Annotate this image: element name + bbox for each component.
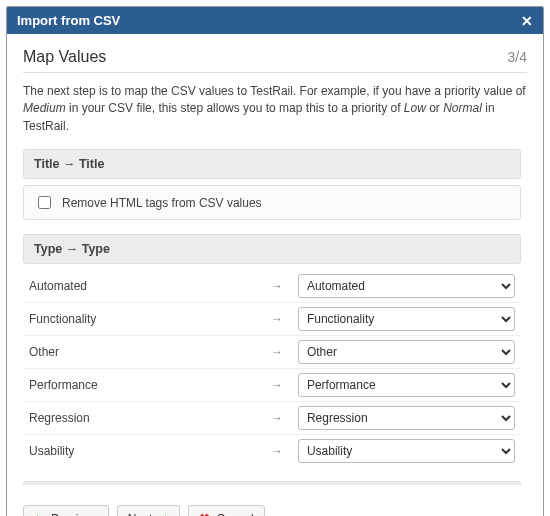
arrow-right-icon: ➡ — [158, 512, 169, 516]
step-indicator: 3/4 — [508, 49, 527, 65]
arrow-right-icon: → — [262, 435, 292, 468]
page-title: Map Values — [23, 48, 106, 66]
arrow-right-icon: → — [262, 369, 292, 402]
type-row: Regression→Regression — [23, 402, 521, 435]
type-source-value: Performance — [23, 369, 262, 402]
arrow-right-icon: → — [262, 270, 292, 303]
modal-title: Import from CSV — [17, 13, 120, 28]
intro-text: The next step is to map the CSV values t… — [23, 83, 527, 135]
type-row: Other→Other — [23, 336, 521, 369]
type-row: Performance→Performance — [23, 369, 521, 402]
type-target-select[interactable]: Other — [298, 340, 515, 364]
intro-em1: Medium — [23, 101, 66, 115]
type-row: Functionality→Functionality — [23, 303, 521, 336]
modal-header: Import from CSV ✕ — [7, 7, 543, 34]
previous-label: Previous — [51, 512, 98, 516]
next-button[interactable]: Next ➡ — [117, 505, 181, 516]
type-source-value: Other — [23, 336, 262, 369]
section-heading-type: Type → Type — [23, 234, 521, 264]
cancel-button[interactable]: ✖ Cancel — [188, 505, 264, 516]
arrow-left-icon: ⬅ — [34, 512, 45, 516]
type-target-select[interactable]: Functionality — [298, 307, 515, 331]
import-csv-modal: Import from CSV ✕ Map Values 3/4 The nex… — [6, 6, 544, 516]
type-row: Automated→Automated — [23, 270, 521, 303]
title-row: Map Values 3/4 — [23, 48, 527, 66]
remove-html-label: Remove HTML tags from CSV values — [62, 196, 262, 210]
modal-footer: ⬅ Previous Next ➡ ✖ Cancel — [7, 495, 543, 516]
type-target-select[interactable]: Usability — [298, 439, 515, 463]
close-icon[interactable]: ✕ — [521, 14, 533, 28]
cancel-x-icon: ✖ — [199, 511, 210, 516]
arrow-right-icon: → — [262, 402, 292, 435]
intro-part1: The next step is to map the CSV values t… — [23, 84, 526, 98]
next-label: Next — [128, 512, 153, 516]
intro-em2: Low — [404, 101, 426, 115]
divider — [23, 72, 527, 73]
type-target-select[interactable]: Regression — [298, 406, 515, 430]
remove-html-option[interactable]: Remove HTML tags from CSV values — [23, 185, 521, 220]
section-heading-title: Title → Title — [23, 149, 521, 179]
cancel-label: Cancel — [216, 512, 253, 516]
type-target-select[interactable]: Automated — [298, 274, 515, 298]
previous-button[interactable]: ⬅ Previous — [23, 505, 109, 516]
type-source-value: Usability — [23, 435, 262, 468]
remove-html-checkbox[interactable] — [38, 196, 51, 209]
type-source-value: Automated — [23, 270, 262, 303]
mapping-scroll-area[interactable]: Title → Title Remove HTML tags from CSV … — [23, 149, 527, 485]
arrow-right-icon: → — [262, 303, 292, 336]
type-source-value: Functionality — [23, 303, 262, 336]
type-row: Usability→Usability — [23, 435, 521, 468]
type-target-select[interactable]: Performance — [298, 373, 515, 397]
intro-part3: or — [426, 101, 443, 115]
type-mapping-table: Automated→AutomatedFunctionality→Functio… — [23, 270, 521, 467]
intro-part2: in your CSV file, this step allows you t… — [66, 101, 404, 115]
arrow-right-icon: → — [262, 336, 292, 369]
section-heading-priority: Priority → Priority — [23, 481, 521, 485]
modal-body: Map Values 3/4 The next step is to map t… — [7, 34, 543, 495]
intro-em3: Normal — [443, 101, 482, 115]
type-source-value: Regression — [23, 402, 262, 435]
